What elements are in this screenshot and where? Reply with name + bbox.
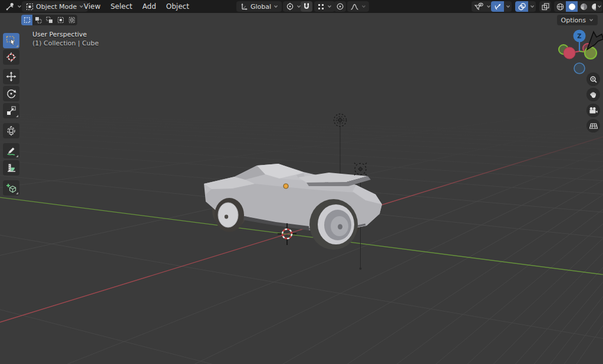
solid-sphere-icon [568, 2, 576, 11]
tool-add-cube[interactable] [3, 180, 19, 196]
zoom-icon [589, 75, 598, 84]
mode-selector-label: Object Mode [36, 3, 77, 11]
orthographic-toggle-button[interactable] [586, 119, 600, 133]
menu-bar: View Select Add Object [84, 0, 189, 13]
viewport-3d[interactable] [0, 0, 603, 364]
show-overlays-toggle[interactable] [515, 1, 528, 12]
overlays-dropdown[interactable] [528, 1, 536, 12]
gizmo-arrow-icon [493, 2, 502, 11]
snap-increment-icon [317, 3, 325, 11]
proportional-editing-toggle[interactable] [334, 1, 346, 12]
show-gizmos-toggle[interactable] [491, 1, 504, 12]
shading-solid-button[interactable] [566, 1, 578, 12]
tool-transform[interactable] [3, 123, 19, 138]
menu-select[interactable]: Select [110, 2, 132, 11]
mode-selector-dropdown[interactable]: Object Mode [22, 1, 88, 12]
menu-add[interactable]: Add [143, 2, 156, 11]
select-mode-subtract[interactable] [44, 15, 55, 25]
chevron-down-icon [486, 4, 491, 9]
proportional-circle-icon [336, 2, 344, 11]
xray-toggle[interactable] [539, 1, 551, 12]
shading-dropdown[interactable] [596, 1, 602, 12]
orthographic-grid-icon [589, 121, 598, 131]
zoom-view-button[interactable] [586, 72, 600, 86]
transform-orientation-dropdown[interactable]: Global [236, 1, 282, 12]
tool-rotate[interactable] [3, 86, 19, 101]
chevron-down-icon [274, 4, 278, 9]
gizmos-dropdown[interactable] [504, 1, 512, 12]
select-mode-intersect[interactable] [66, 15, 77, 25]
object-origin-dot [284, 184, 288, 188]
front-wheel [215, 198, 244, 232]
snap-toggle[interactable] [301, 1, 312, 12]
active-collection-text: (1) Collection | Cube [32, 39, 99, 48]
view-name-text: User Perspective [32, 30, 99, 39]
tool-scale[interactable] [3, 103, 19, 118]
editor-3d-viewport-icon [5, 2, 15, 11]
chevron-down-icon [327, 4, 332, 9]
tool-measure[interactable] [3, 160, 19, 176]
select-mode-invert[interactable] [55, 15, 66, 25]
rear-wheel [309, 199, 358, 250]
shading-material-button[interactable] [578, 1, 589, 12]
chevron-down-icon [530, 4, 535, 9]
snap-target-dropdown[interactable] [314, 1, 335, 12]
camera-view-icon [588, 106, 598, 115]
options-label: Options [561, 16, 586, 24]
pivot-point-icon [286, 2, 294, 11]
light2-base-dot [360, 267, 362, 270]
overlays-circles-icon [518, 2, 526, 11]
options-button[interactable]: Options [557, 15, 598, 25]
select-mode-group [21, 15, 77, 25]
menu-object[interactable]: Object [166, 2, 189, 11]
pan-hand-icon [589, 90, 598, 100]
wireframe-sphere-icon [556, 2, 565, 11]
material-sphere-icon [579, 2, 588, 11]
tool-annotate[interactable] [3, 143, 19, 158]
falloff-curve-icon [350, 3, 359, 11]
object-mode-icon [26, 3, 34, 11]
filter-eye-icon [474, 2, 484, 11]
tool-cursor[interactable] [3, 49, 19, 65]
viewport-info-text: User Perspective (1) Collection | Cube [32, 30, 99, 48]
xray-squares-icon [541, 2, 550, 11]
chevron-down-icon [17, 4, 22, 9]
tool-move[interactable] [3, 69, 19, 84]
shading-wireframe-button[interactable] [554, 1, 566, 12]
camera-view-button[interactable] [586, 104, 600, 117]
falloff-dropdown[interactable] [347, 1, 369, 12]
blender-window: Object Mode View Select Add Object Globa… [0, 0, 603, 364]
pan-view-button[interactable] [586, 88, 600, 101]
tool-select-box[interactable] [3, 33, 19, 48]
select-mode-set[interactable] [21, 15, 32, 25]
menu-view[interactable]: View [84, 2, 100, 11]
viewport-header: Object Mode View Select Add Object Globa… [0, 0, 603, 13]
magnet-icon [302, 2, 311, 11]
select-mode-extend[interactable] [32, 15, 44, 25]
object-type-visibility-dropdown[interactable] [472, 1, 493, 12]
chevron-down-icon [597, 4, 602, 9]
orientation-axes-icon [240, 2, 248, 11]
chevron-down-icon [361, 4, 366, 9]
chevron-down-icon [506, 4, 510, 9]
transform-orientation-label: Global [251, 3, 271, 11]
chevron-down-icon [589, 18, 594, 22]
